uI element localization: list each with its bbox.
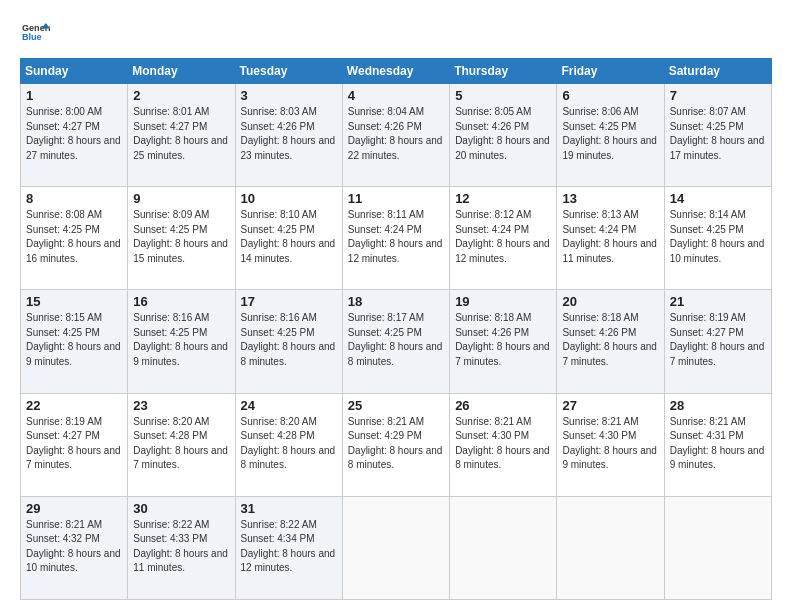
day-number: 4 — [348, 88, 444, 103]
day-detail: Sunrise: 8:10 AMSunset: 4:25 PMDaylight:… — [241, 208, 337, 266]
svg-text:Blue: Blue — [22, 32, 42, 42]
calendar-week-0: 1 Sunrise: 8:00 AMSunset: 4:27 PMDayligh… — [21, 84, 772, 187]
calendar-cell: 10 Sunrise: 8:10 AMSunset: 4:25 PMDaylig… — [235, 187, 342, 290]
col-header-saturday: Saturday — [664, 59, 771, 84]
calendar-cell: 7 Sunrise: 8:07 AMSunset: 4:25 PMDayligh… — [664, 84, 771, 187]
day-number: 11 — [348, 191, 444, 206]
day-detail: Sunrise: 8:18 AMSunset: 4:26 PMDaylight:… — [455, 311, 551, 369]
day-number: 14 — [670, 191, 766, 206]
day-detail: Sunrise: 8:03 AMSunset: 4:26 PMDaylight:… — [241, 105, 337, 163]
calendar-cell: 23 Sunrise: 8:20 AMSunset: 4:28 PMDaylig… — [128, 393, 235, 496]
calendar-week-3: 22 Sunrise: 8:19 AMSunset: 4:27 PMDaylig… — [21, 393, 772, 496]
day-number: 13 — [562, 191, 658, 206]
logo: General Blue — [20, 18, 50, 50]
day-detail: Sunrise: 8:18 AMSunset: 4:26 PMDaylight:… — [562, 311, 658, 369]
calendar-cell: 12 Sunrise: 8:12 AMSunset: 4:24 PMDaylig… — [450, 187, 557, 290]
day-number: 22 — [26, 398, 122, 413]
calendar-cell: 13 Sunrise: 8:13 AMSunset: 4:24 PMDaylig… — [557, 187, 664, 290]
day-number: 3 — [241, 88, 337, 103]
calendar-cell: 31 Sunrise: 8:22 AMSunset: 4:34 PMDaylig… — [235, 496, 342, 599]
day-number: 17 — [241, 294, 337, 309]
calendar-cell — [450, 496, 557, 599]
day-detail: Sunrise: 8:07 AMSunset: 4:25 PMDaylight:… — [670, 105, 766, 163]
day-number: 19 — [455, 294, 551, 309]
page: General Blue SundayMondayTuesdayWednesda… — [0, 0, 792, 612]
day-number: 2 — [133, 88, 229, 103]
day-number: 27 — [562, 398, 658, 413]
day-number: 24 — [241, 398, 337, 413]
calendar-cell — [557, 496, 664, 599]
calendar-cell: 27 Sunrise: 8:21 AMSunset: 4:30 PMDaylig… — [557, 393, 664, 496]
col-header-monday: Monday — [128, 59, 235, 84]
day-detail: Sunrise: 8:19 AMSunset: 4:27 PMDaylight:… — [26, 415, 122, 473]
calendar-cell: 28 Sunrise: 8:21 AMSunset: 4:31 PMDaylig… — [664, 393, 771, 496]
calendar-table: SundayMondayTuesdayWednesdayThursdayFrid… — [20, 58, 772, 600]
calendar-cell: 9 Sunrise: 8:09 AMSunset: 4:25 PMDayligh… — [128, 187, 235, 290]
day-detail: Sunrise: 8:08 AMSunset: 4:25 PMDaylight:… — [26, 208, 122, 266]
day-number: 10 — [241, 191, 337, 206]
day-number: 31 — [241, 501, 337, 516]
day-detail: Sunrise: 8:13 AMSunset: 4:24 PMDaylight:… — [562, 208, 658, 266]
col-header-tuesday: Tuesday — [235, 59, 342, 84]
day-detail: Sunrise: 8:17 AMSunset: 4:25 PMDaylight:… — [348, 311, 444, 369]
calendar-cell: 24 Sunrise: 8:20 AMSunset: 4:28 PMDaylig… — [235, 393, 342, 496]
day-number: 9 — [133, 191, 229, 206]
calendar-cell: 29 Sunrise: 8:21 AMSunset: 4:32 PMDaylig… — [21, 496, 128, 599]
day-detail: Sunrise: 8:19 AMSunset: 4:27 PMDaylight:… — [670, 311, 766, 369]
day-detail: Sunrise: 8:12 AMSunset: 4:24 PMDaylight:… — [455, 208, 551, 266]
day-detail: Sunrise: 8:11 AMSunset: 4:24 PMDaylight:… — [348, 208, 444, 266]
day-detail: Sunrise: 8:00 AMSunset: 4:27 PMDaylight:… — [26, 105, 122, 163]
col-header-wednesday: Wednesday — [342, 59, 449, 84]
calendar-cell: 20 Sunrise: 8:18 AMSunset: 4:26 PMDaylig… — [557, 290, 664, 393]
day-number: 30 — [133, 501, 229, 516]
calendar-cell: 15 Sunrise: 8:15 AMSunset: 4:25 PMDaylig… — [21, 290, 128, 393]
day-detail: Sunrise: 8:21 AMSunset: 4:29 PMDaylight:… — [348, 415, 444, 473]
day-detail: Sunrise: 8:01 AMSunset: 4:27 PMDaylight:… — [133, 105, 229, 163]
day-detail: Sunrise: 8:21 AMSunset: 4:30 PMDaylight:… — [562, 415, 658, 473]
calendar-cell: 19 Sunrise: 8:18 AMSunset: 4:26 PMDaylig… — [450, 290, 557, 393]
calendar-cell: 21 Sunrise: 8:19 AMSunset: 4:27 PMDaylig… — [664, 290, 771, 393]
day-detail: Sunrise: 8:15 AMSunset: 4:25 PMDaylight:… — [26, 311, 122, 369]
calendar-cell — [342, 496, 449, 599]
day-detail: Sunrise: 8:06 AMSunset: 4:25 PMDaylight:… — [562, 105, 658, 163]
calendar-week-4: 29 Sunrise: 8:21 AMSunset: 4:32 PMDaylig… — [21, 496, 772, 599]
day-number: 25 — [348, 398, 444, 413]
calendar-cell: 17 Sunrise: 8:16 AMSunset: 4:25 PMDaylig… — [235, 290, 342, 393]
calendar-cell — [664, 496, 771, 599]
day-number: 18 — [348, 294, 444, 309]
calendar-cell: 26 Sunrise: 8:21 AMSunset: 4:30 PMDaylig… — [450, 393, 557, 496]
day-detail: Sunrise: 8:20 AMSunset: 4:28 PMDaylight:… — [241, 415, 337, 473]
header: General Blue — [20, 18, 772, 50]
day-detail: Sunrise: 8:21 AMSunset: 4:32 PMDaylight:… — [26, 518, 122, 576]
day-number: 8 — [26, 191, 122, 206]
day-number: 21 — [670, 294, 766, 309]
day-detail: Sunrise: 8:16 AMSunset: 4:25 PMDaylight:… — [133, 311, 229, 369]
day-detail: Sunrise: 8:22 AMSunset: 4:34 PMDaylight:… — [241, 518, 337, 576]
calendar-cell: 16 Sunrise: 8:16 AMSunset: 4:25 PMDaylig… — [128, 290, 235, 393]
calendar-cell: 1 Sunrise: 8:00 AMSunset: 4:27 PMDayligh… — [21, 84, 128, 187]
day-number: 1 — [26, 88, 122, 103]
col-header-friday: Friday — [557, 59, 664, 84]
calendar-cell: 14 Sunrise: 8:14 AMSunset: 4:25 PMDaylig… — [664, 187, 771, 290]
day-number: 28 — [670, 398, 766, 413]
day-number: 29 — [26, 501, 122, 516]
day-detail: Sunrise: 8:21 AMSunset: 4:31 PMDaylight:… — [670, 415, 766, 473]
calendar-cell: 6 Sunrise: 8:06 AMSunset: 4:25 PMDayligh… — [557, 84, 664, 187]
calendar-header-row: SundayMondayTuesdayWednesdayThursdayFrid… — [21, 59, 772, 84]
calendar-cell: 25 Sunrise: 8:21 AMSunset: 4:29 PMDaylig… — [342, 393, 449, 496]
calendar-cell: 3 Sunrise: 8:03 AMSunset: 4:26 PMDayligh… — [235, 84, 342, 187]
day-detail: Sunrise: 8:16 AMSunset: 4:25 PMDaylight:… — [241, 311, 337, 369]
day-number: 5 — [455, 88, 551, 103]
day-detail: Sunrise: 8:22 AMSunset: 4:33 PMDaylight:… — [133, 518, 229, 576]
day-number: 7 — [670, 88, 766, 103]
day-detail: Sunrise: 8:20 AMSunset: 4:28 PMDaylight:… — [133, 415, 229, 473]
day-detail: Sunrise: 8:04 AMSunset: 4:26 PMDaylight:… — [348, 105, 444, 163]
day-detail: Sunrise: 8:14 AMSunset: 4:25 PMDaylight:… — [670, 208, 766, 266]
calendar-cell: 30 Sunrise: 8:22 AMSunset: 4:33 PMDaylig… — [128, 496, 235, 599]
calendar-week-1: 8 Sunrise: 8:08 AMSunset: 4:25 PMDayligh… — [21, 187, 772, 290]
col-header-sunday: Sunday — [21, 59, 128, 84]
calendar-cell: 8 Sunrise: 8:08 AMSunset: 4:25 PMDayligh… — [21, 187, 128, 290]
day-number: 6 — [562, 88, 658, 103]
day-number: 23 — [133, 398, 229, 413]
day-number: 26 — [455, 398, 551, 413]
